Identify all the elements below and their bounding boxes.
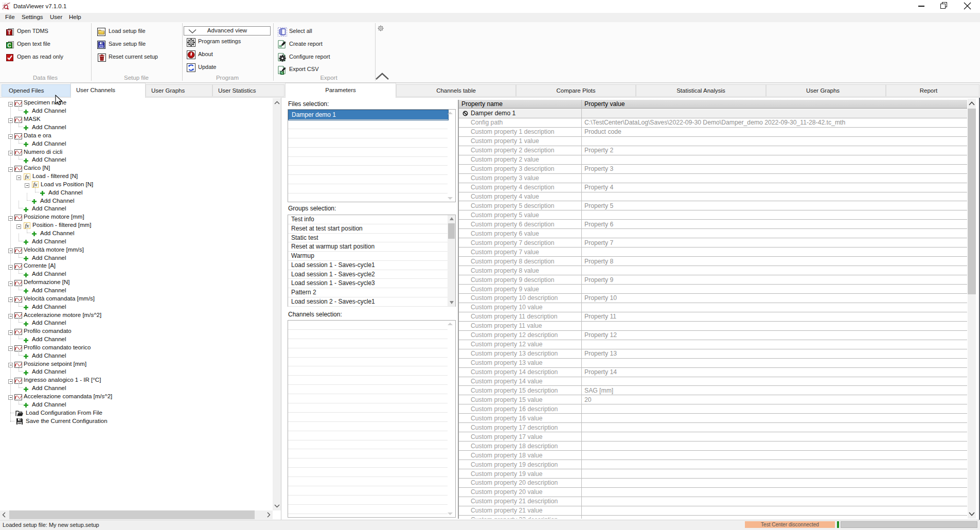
svg-text:C: C (281, 71, 283, 74)
svg-text:fx: fx (25, 173, 29, 180)
svg-text:T: T (8, 29, 11, 36)
svg-text:C: C (7, 42, 11, 48)
